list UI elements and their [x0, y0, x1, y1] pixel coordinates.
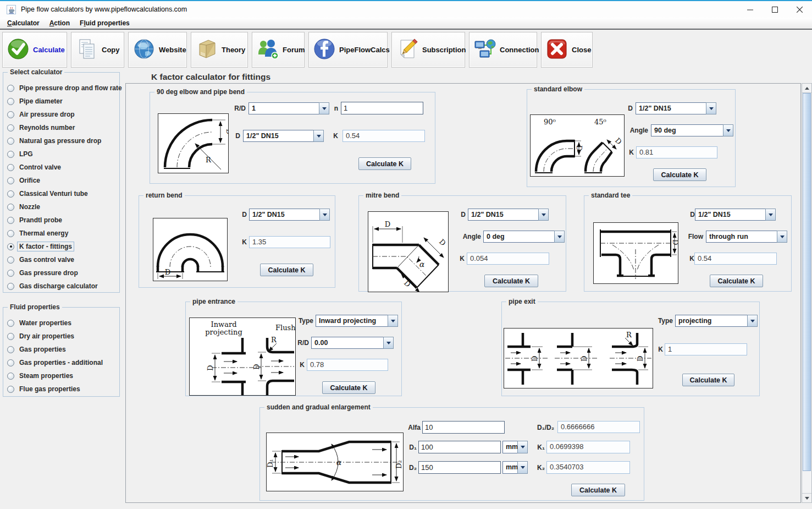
website-button[interactable]: Website [128, 32, 187, 68]
rd-combo[interactable]: 1 [248, 102, 329, 114]
flow-combo[interactable]: through run [706, 231, 787, 243]
calculate-k-button[interactable]: Calculate K [710, 275, 763, 287]
radio-icon[interactable] [7, 386, 14, 393]
sidebar-item-flue-gas-properties[interactable]: Flue gas properties [3, 382, 119, 396]
sidebar-item-gas-properties-additional[interactable]: Gas properties - additional [3, 356, 119, 369]
sidebar-item-pipe-diameter[interactable]: Pipe diameter [3, 95, 119, 108]
sidebar-item-prandtl-probe[interactable]: Prandtl probe [3, 214, 119, 227]
radio-icon[interactable] [7, 256, 14, 264]
radio-icon[interactable] [7, 230, 14, 237]
radio-icon[interactable] [7, 111, 14, 118]
sidebar-item-orifice[interactable]: Orifice [3, 174, 119, 187]
radio-icon[interactable] [7, 164, 14, 171]
sidebar-item-gas-control-valve[interactable]: Gas control valve [3, 253, 119, 266]
chevron-down-icon[interactable] [723, 124, 733, 136]
rd-combo[interactable]: 0.00 [311, 337, 394, 349]
d-combo[interactable]: 1/2" DN15 [249, 209, 330, 221]
pipeflowcalcs-button[interactable]: PipeFlowCalcs [308, 32, 388, 68]
sidebar-item-air-pressure-drop[interactable]: Air pressure drop [3, 108, 119, 121]
angle-combo[interactable]: 90 deg [651, 124, 733, 136]
radio-icon[interactable] [7, 124, 14, 132]
radio-icon[interactable] [7, 217, 14, 224]
sidebar-item-control-valve[interactable]: Control valve [3, 161, 119, 174]
menu-fluid-properties[interactable]: Fluid properties [75, 18, 135, 28]
connection-button[interactable]: Connection [469, 32, 537, 68]
radio-icon[interactable] [7, 151, 14, 158]
sidebar-item-dry-air-properties[interactable]: Dry air properties [3, 330, 119, 343]
chevron-down-icon[interactable] [319, 209, 330, 221]
radio-icon[interactable] [7, 283, 14, 290]
chevron-down-icon[interactable] [517, 461, 528, 474]
sidebar-item-thermal-energy[interactable]: Thermal energy [3, 227, 119, 240]
radio-icon[interactable] [7, 333, 14, 340]
type-combo[interactable]: Inward projecting [316, 315, 398, 327]
sidebar-item-gas-properties[interactable]: Gas properties [3, 343, 119, 356]
radio-icon[interactable] [7, 373, 14, 380]
forum-button[interactable]: Forum [252, 32, 305, 68]
sidebar-item-classical-venturi-tube[interactable]: Classical Venturi tube [3, 187, 119, 200]
d-combo[interactable]: 1/2" DN15 [695, 209, 776, 221]
calculate-k-button[interactable]: Calculate K [484, 275, 538, 287]
d-combo[interactable]: 1/2" DN15 [243, 130, 324, 142]
radio-icon[interactable] [7, 359, 14, 366]
d2-unit-combo[interactable]: mm [502, 461, 528, 474]
sidebar-item-gas-pressure-drop[interactable]: Gas pressure drop [3, 266, 119, 280]
copy-button[interactable]: Copy [71, 32, 124, 68]
chevron-down-icon[interactable] [706, 102, 716, 114]
sidebar-item-nozzle[interactable]: Nozzle [3, 200, 119, 214]
calculate-k-button[interactable]: Calculate K [682, 374, 734, 386]
sidebar-item-pipe-pressure-drop[interactable]: Pipe pressure drop and flow rate [3, 81, 119, 95]
radio-icon[interactable] [7, 177, 14, 184]
sidebar-item-lpg[interactable]: LPG [3, 147, 119, 161]
calculate-button[interactable]: Calculate [2, 32, 67, 68]
menu-calculator[interactable]: Calculator [2, 18, 45, 28]
chevron-down-icon[interactable] [538, 209, 549, 221]
scroll-up-arrow-icon[interactable] [802, 84, 811, 93]
sidebar-item-water-properties[interactable]: Water properties [3, 316, 119, 330]
minimize-button[interactable] [738, 1, 763, 18]
close-button[interactable]: Close [541, 32, 593, 68]
chevron-down-icon[interactable] [554, 231, 565, 243]
calculate-k-button[interactable]: Calculate K [358, 157, 411, 170]
radio-icon[interactable] [7, 270, 14, 277]
maximize-button[interactable] [763, 1, 787, 18]
chevron-down-icon[interactable] [319, 102, 329, 114]
d2-input[interactable] [418, 461, 501, 474]
d1-unit-combo[interactable]: mm [502, 441, 528, 453]
chevron-down-icon[interactable] [747, 315, 758, 327]
d-combo[interactable]: 1/2" DN15 [636, 102, 716, 114]
theory-button[interactable]: Theory [191, 32, 248, 68]
sidebar-item-reynolds-number[interactable]: Reynolds number [3, 121, 119, 134]
d-combo[interactable]: 1/2" DN15 [468, 209, 549, 221]
angle-combo[interactable]: 0 deg [483, 231, 565, 243]
chevron-down-icon[interactable] [313, 130, 324, 142]
radio-icon[interactable] [7, 346, 14, 353]
menu-action[interactable]: Action [45, 18, 75, 28]
scrollbar-thumb[interactable] [803, 93, 811, 471]
radio-icon[interactable] [7, 138, 14, 145]
vertical-scrollbar[interactable] [802, 83, 812, 503]
radio-icon[interactable] [7, 204, 14, 211]
sidebar-item-natural-gas-pressure-drop[interactable]: Natural gas pressure drop [3, 134, 119, 147]
calculate-k-button[interactable]: Calculate K [260, 264, 313, 276]
chevron-down-icon[interactable] [517, 441, 528, 453]
scroll-down-arrow-icon[interactable] [802, 493, 811, 502]
sidebar-item-k-factor-fittings[interactable]: K factor - fittings [3, 240, 119, 253]
d1-input[interactable] [418, 441, 501, 453]
alfa-input[interactable] [422, 421, 505, 434]
radio-icon[interactable] [7, 98, 14, 105]
sidebar-item-steam-properties[interactable]: Steam properties [3, 369, 119, 382]
calculate-k-button[interactable]: Calculate K [571, 484, 625, 496]
close-window-button[interactable] [787, 1, 812, 18]
sidebar-item-gas-discharge-calculator[interactable]: Gas discharge calculator [3, 280, 119, 293]
chevron-down-icon[interactable] [777, 231, 787, 243]
n-input[interactable] [341, 102, 423, 114]
radio-icon[interactable] [7, 190, 14, 198]
chevron-down-icon[interactable] [383, 337, 394, 349]
calculate-k-button[interactable]: Calculate K [653, 168, 706, 181]
radio-icon[interactable] [7, 320, 14, 327]
calculate-k-button[interactable]: Calculate K [322, 381, 375, 394]
subscription-button[interactable]: Subscription [391, 32, 465, 68]
chevron-down-icon[interactable] [765, 209, 776, 221]
radio-icon[interactable] [7, 243, 14, 250]
